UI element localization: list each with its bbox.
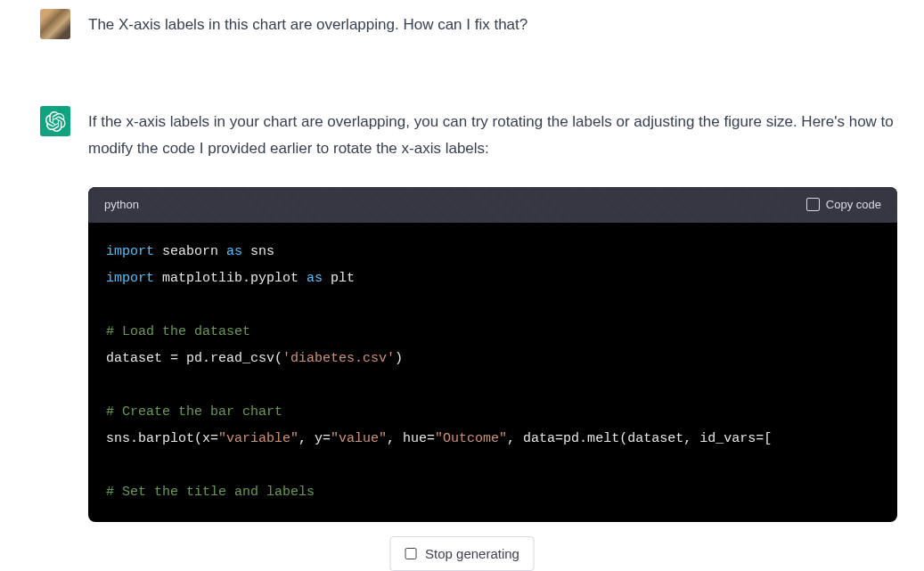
user-message-text: The X-axis labels in this chart are over… — [88, 16, 527, 33]
user-avatar — [40, 9, 70, 39]
code-token: , hue= — [387, 431, 435, 446]
code-token: 'diabetes.csv' — [282, 351, 395, 366]
code-token: "Outcome" — [435, 431, 507, 446]
code-token: plt — [323, 271, 355, 286]
code-token: "value" — [331, 431, 387, 446]
code-token: ) — [395, 351, 403, 366]
openai-logo-icon — [45, 111, 66, 132]
code-token: import — [106, 271, 154, 286]
user-message-content: The X-axis labels in this chart are over… — [88, 9, 897, 39]
code-token: as — [226, 244, 242, 259]
stop-icon — [405, 548, 416, 559]
code-token: import — [106, 244, 154, 259]
code-token: sns — [242, 244, 274, 259]
code-token: sns.barplot(x= — [106, 431, 218, 446]
code-token: # Load the dataset — [106, 324, 250, 339]
assistant-avatar — [40, 106, 70, 136]
code-token: as — [307, 271, 323, 286]
code-header: python Copy code — [88, 187, 897, 224]
code-token: matplotlib.pyplot — [154, 271, 307, 286]
code-token: "variable" — [218, 431, 298, 446]
stop-generating-label: Stop generating — [425, 546, 519, 561]
assistant-message-content: If the x-axis labels in your chart are o… — [88, 106, 897, 522]
copy-code-button[interactable]: Copy code — [806, 195, 881, 216]
copy-code-label: Copy code — [826, 195, 881, 216]
clipboard-icon — [806, 198, 820, 211]
code-token: , data=pd.melt(dataset, id_vars=[ — [507, 431, 772, 446]
code-token: , y= — [298, 431, 331, 446]
code-token: # Create the bar chart — [106, 404, 282, 420]
code-token: # Set the title and labels — [106, 485, 315, 500]
assistant-message-text: If the x-axis labels in your chart are o… — [88, 109, 897, 162]
code-block: python Copy code import seaborn as sns i… — [88, 187, 897, 523]
assistant-message-row: If the x-axis labels in your chart are o… — [0, 88, 924, 522]
code-language-label: python — [104, 195, 139, 216]
code-body[interactable]: import seaborn as sns import matplotlib.… — [88, 223, 897, 522]
code-token: dataset = pd.read_csv( — [106, 351, 282, 366]
stop-generating-button[interactable]: Stop generating — [389, 536, 535, 571]
code-token: seaborn — [154, 244, 226, 259]
user-message-row: The X-axis labels in this chart are over… — [0, 0, 924, 88]
